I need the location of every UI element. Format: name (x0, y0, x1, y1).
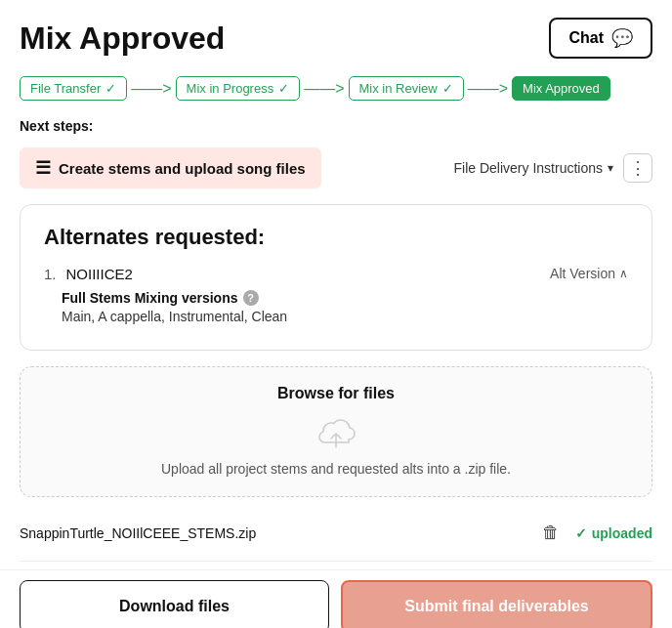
file-actions: 🗑 ✓ uploaded (542, 523, 652, 543)
step-mix-in-progress-label: Mix in Progress (187, 81, 274, 96)
uploaded-check-icon: ✓ (575, 525, 587, 541)
stems-label-text: Full Stems Mixing versions (62, 290, 238, 306)
step-file-transfer-label: File Transfer (30, 81, 101, 96)
step-mix-in-review-check: ✓ (442, 81, 453, 96)
alternate-name: NOIIIICE2 (66, 266, 133, 282)
create-stems-button[interactable]: ☰ Create stems and upload song files (20, 147, 321, 188)
step-arrow-2: ——> (300, 80, 348, 98)
step-file-transfer-check: ✓ (105, 81, 116, 96)
submit-deliverables-button[interactable]: Submit final deliverables (341, 580, 652, 628)
divider (20, 561, 652, 562)
uploaded-label: uploaded (592, 525, 652, 541)
more-options-button[interactable]: ⋮ (623, 153, 652, 183)
stems-versions: Main, A cappella, Instrumental, Clean (62, 309, 287, 324)
create-stems-label: Create stems and upload song files (59, 160, 306, 177)
step-mix-in-progress[interactable]: Mix in Progress ✓ (176, 76, 301, 101)
action-left: ☰ Create stems and upload song files (20, 147, 321, 188)
file-row: SnappinTurtle_NOIIlCEEE_STEMS.zip 🗑 ✓ up… (0, 513, 672, 553)
header: Mix Approved Chat 💬 (0, 0, 672, 68)
browse-subtitle: Upload all project stems and requested a… (44, 461, 628, 477)
chat-bubble-icon: 💬 (611, 27, 633, 49)
step-mix-approved-label: Mix Approved (523, 81, 600, 96)
uploaded-badge: ✓ uploaded (575, 525, 652, 541)
list-icon: ☰ (35, 157, 51, 179)
browse-title: Browse for files (44, 385, 628, 402)
step-mix-in-review[interactable]: Mix in Review ✓ (349, 76, 464, 101)
progress-bar: File Transfer ✓ ——> Mix in Progress ✓ ——… (0, 68, 672, 114)
chat-button[interactable]: Chat 💬 (549, 18, 652, 59)
file-name: SnappinTurtle_NOIIlCEEE_STEMS.zip (20, 525, 256, 541)
upload-icon-area (44, 412, 628, 453)
alternates-card: Alternates requested: 1. NOIIIICE2 Full … (20, 204, 652, 351)
next-steps-label: Next steps: (0, 114, 672, 142)
step-mix-in-progress-check: ✓ (278, 81, 289, 96)
action-bar: ☰ Create stems and upload song files Fil… (0, 142, 672, 194)
alternates-title: Alternates requested: (44, 225, 628, 250)
step-mix-approved[interactable]: Mix Approved (512, 76, 610, 101)
alt-version-chevron-icon: ∧ (619, 267, 628, 280)
delivery-instructions-button[interactable]: File Delivery Instructions ▾ (454, 160, 614, 176)
alternate-number: 1. (44, 266, 57, 282)
alternate-row: 1. NOIIIICE2 Full Stems Mixing versions … (44, 266, 628, 324)
alt-version-toggle[interactable]: Alt Version ∧ (550, 266, 628, 281)
chevron-down-icon: ▾ (608, 161, 613, 175)
upload-cloud-icon (312, 412, 360, 453)
more-dots-icon: ⋮ (629, 157, 647, 179)
chat-label: Chat (568, 29, 604, 47)
alternate-info: 1. NOIIIICE2 Full Stems Mixing versions … (44, 266, 287, 324)
step-arrow-3: ——> (464, 80, 512, 98)
page-title: Mix Approved (20, 21, 225, 57)
bottom-buttons: Download files Submit final deliverables (0, 569, 672, 628)
step-file-transfer[interactable]: File Transfer ✓ (20, 76, 127, 101)
alt-version-label: Alt Version (550, 266, 615, 281)
delivery-instructions-label: File Delivery Instructions (454, 160, 604, 176)
download-files-button[interactable]: Download files (20, 580, 329, 628)
browse-card[interactable]: Browse for files Upload all project stem… (20, 366, 652, 497)
stems-label: Full Stems Mixing versions ? (62, 290, 287, 306)
delete-file-icon[interactable]: 🗑 (542, 523, 560, 543)
step-arrow-1: ——> (127, 80, 175, 98)
step-mix-in-review-label: Mix in Review (359, 81, 438, 96)
action-right: File Delivery Instructions ▾ ⋮ (454, 153, 653, 183)
info-icon[interactable]: ? (243, 290, 259, 306)
